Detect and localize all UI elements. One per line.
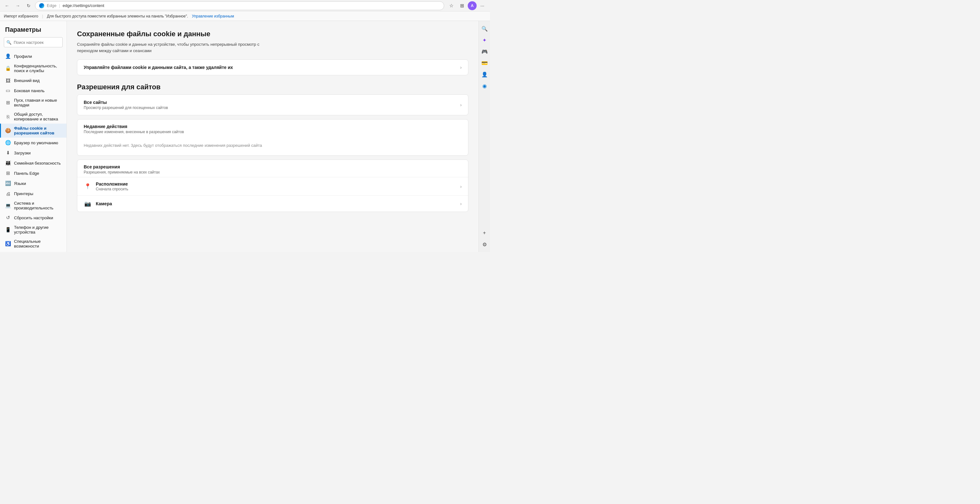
sidebar-item-languages[interactable]: 🔤 Языки: [0, 178, 67, 189]
sidebar-item-profiles[interactable]: 👤 Профили: [0, 51, 67, 61]
import-favorites-text[interactable]: Импорт избранного: [4, 14, 38, 18]
recent-actions-empty: Недавних действий нет. Здесь будут отобр…: [77, 135, 468, 155]
sidebar-item-label: Специальные возможности: [14, 239, 61, 249]
manage-favorites-link[interactable]: Управление избранным: [192, 14, 234, 18]
sidebar-item-label: Файлы cookie и разрешения сайтов: [14, 126, 61, 135]
address-separator: |: [59, 3, 60, 8]
accessibility-icon: ♿: [5, 241, 11, 247]
chevron-right-icon: ›: [460, 102, 462, 108]
content-area: Сохраненные файлы cookie и данные Сохран…: [67, 21, 479, 252]
permissions-section-title: Разрешения для сайтов: [77, 83, 468, 91]
sidebar-item-label: Сбросить настройки: [14, 216, 53, 220]
camera-text: Камера: [96, 201, 456, 206]
cookies-icon: 🍪: [5, 128, 11, 133]
permissions-section: Разрешения для сайтов Все сайты Просмотр…: [77, 83, 468, 212]
sidebar-copilot-button[interactable]: ✦: [479, 35, 490, 45]
sidebar-item-edge-panel[interactable]: ⊞ Панель Edge: [0, 168, 67, 178]
all-sites-row[interactable]: Все сайты Просмотр разрешений для посеще…: [77, 95, 468, 115]
privacy-icon: 🔒: [5, 65, 11, 71]
all-sites-title: Все сайты: [84, 100, 456, 105]
sidebar-item-accessibility[interactable]: ♿ Специальные возможности: [0, 237, 67, 251]
sidebar-item-label: Загрузки: [14, 151, 30, 155]
chevron-right-icon: ›: [460, 65, 462, 70]
sidebar-wallet-button[interactable]: 💳: [479, 58, 490, 68]
sidebar-item-family[interactable]: 👨‍👩‍👧 Семейная безопасность: [0, 158, 67, 168]
refresh-button[interactable]: ↻: [24, 1, 33, 10]
sidebar-title: Параметры: [0, 26, 67, 37]
camera-permission-row[interactable]: 📷 Камера ›: [77, 195, 468, 212]
camera-icon: 📷: [84, 200, 91, 208]
default-browser-icon: 🌐: [5, 140, 11, 146]
address-bar[interactable]: Edge | edge://settings/content: [35, 1, 444, 10]
settings-sidebar: Параметры 🔍 👤 Профили 🔒 Конфиденциальнос…: [0, 21, 67, 252]
all-permissions-title: Все разрешения: [84, 164, 462, 170]
sidebar-user-button[interactable]: 👤: [479, 69, 490, 79]
chevron-right-icon: ›: [460, 201, 462, 206]
favorites-bar: Импорт избранного | Для быстрого доступа…: [0, 11, 490, 21]
all-permissions-subtitle: Разрешения, применяемые на всех сайтах: [84, 170, 462, 174]
sidebar-item-label: Внешний вид: [14, 78, 40, 83]
sidebar-games-button[interactable]: 🎮: [479, 46, 490, 57]
sidebar-item-privacy[interactable]: 🔒 Конфиденциальность, поиск и службы: [0, 61, 67, 75]
sidebar-item-label: Общий доступ, копирование и вставка: [14, 112, 61, 121]
sidebar-item-downloads[interactable]: ⬇ Загрузки: [0, 148, 67, 158]
sidebar-outlook-button[interactable]: ◉: [479, 81, 490, 91]
printers-icon: 🖨: [5, 191, 11, 197]
sidebar-item-reset[interactable]: ↺ Сбросить настройки: [0, 212, 67, 223]
collections-button[interactable]: ⊞: [457, 1, 467, 11]
address-text: edge://settings/content: [63, 3, 104, 8]
more-options-button[interactable]: ···: [477, 1, 487, 11]
main-layout: Параметры 🔍 👤 Профили 🔒 Конфиденциальнос…: [0, 21, 490, 252]
favorites-star-button[interactable]: ☆: [446, 1, 456, 11]
sidebar-item-label: Языки: [14, 181, 26, 186]
sidebar-settings-button[interactable]: ⚙: [479, 239, 490, 249]
sidebar-item-appearance[interactable]: 🖼 Внешний вид: [0, 75, 67, 86]
search-box-container: 🔍: [4, 37, 63, 48]
browser-chrome: ← → ↻ Edge | edge://settings/content ☆ ⊞…: [0, 0, 490, 11]
chevron-right-icon: ›: [460, 184, 462, 189]
sidebar-item-share[interactable]: ⎘ Общий доступ, копирование и вставка: [0, 109, 67, 124]
reset-icon: ↺: [5, 215, 11, 220]
sidebar-item-start[interactable]: ⊞ Пуск, главная и новые вкладки: [0, 96, 67, 109]
sidebar-add-button[interactable]: +: [479, 228, 490, 238]
manage-cookies-text: Управляйте файлами cookie и данными сайт…: [84, 65, 456, 70]
sidebar-item-phone[interactable]: 📱 Телефон и другие устройства: [0, 223, 67, 237]
search-input[interactable]: [4, 37, 63, 48]
sidebar-item-label: Боковая панель: [14, 88, 45, 93]
cookies-section-title: Сохраненные файлы cookie и данные: [77, 30, 468, 38]
location-name: Расположение: [96, 181, 456, 187]
system-icon: 💻: [5, 203, 11, 208]
all-permissions-header: Все разрешения Разрешения, применяемые н…: [77, 160, 468, 177]
favorites-bar-hint: Для быстрого доступа поместите избранные…: [47, 14, 188, 18]
languages-icon: 🔤: [5, 181, 11, 186]
sidebar-item-label: Семейная безопасность: [14, 161, 61, 166]
camera-name: Камера: [96, 201, 456, 206]
sidebar-item-label: Профили: [14, 54, 32, 59]
back-button[interactable]: ←: [3, 1, 11, 10]
sidebar-item-system[interactable]: 💻 Система и производительность: [0, 199, 67, 212]
profile-avatar-button[interactable]: A: [468, 1, 477, 10]
sidebar-icon: ▭: [5, 88, 11, 94]
edge-label: Edge: [47, 3, 56, 8]
manage-cookies-title: Управляйте файлами cookie и данными сайт…: [84, 65, 456, 70]
all-sites-card: Все сайты Просмотр разрешений для посеще…: [77, 94, 468, 115]
location-permission-row[interactable]: 📍 Расположение Сначала спросить ›: [77, 177, 468, 195]
share-icon: ⎘: [5, 114, 11, 119]
phone-icon: 📱: [5, 227, 11, 233]
right-sidebar: 🔍 ✦ 🎮 💳 👤 ◉ + ⚙: [479, 21, 490, 252]
sidebar-item-default-browser[interactable]: 🌐 Браузер по умолчанию: [0, 138, 67, 148]
sidebar-item-printers[interactable]: 🖨 Принтеры: [0, 189, 67, 199]
sidebar-item-sidebar[interactable]: ▭ Боковая панель: [0, 86, 67, 96]
sidebar-item-label: Браузер по умолчанию: [14, 141, 58, 145]
location-sub: Сначала спросить: [96, 187, 456, 191]
sidebar-item-label: Принтеры: [14, 191, 33, 196]
appearance-icon: 🖼: [5, 78, 11, 83]
downloads-icon: ⬇: [5, 150, 11, 156]
edge-panel-icon: ⊞: [5, 170, 11, 176]
sidebar-search-button[interactable]: 🔍: [479, 24, 490, 34]
manage-cookies-row[interactable]: Управляйте файлами cookie и данными сайт…: [77, 60, 468, 75]
all-permissions-card: Все разрешения Разрешения, применяемые н…: [77, 160, 468, 212]
family-icon: 👨‍👩‍👧: [5, 160, 11, 166]
forward-button[interactable]: →: [13, 1, 22, 10]
sidebar-item-cookies[interactable]: 🍪 Файлы cookie и разрешения сайтов: [0, 124, 67, 138]
